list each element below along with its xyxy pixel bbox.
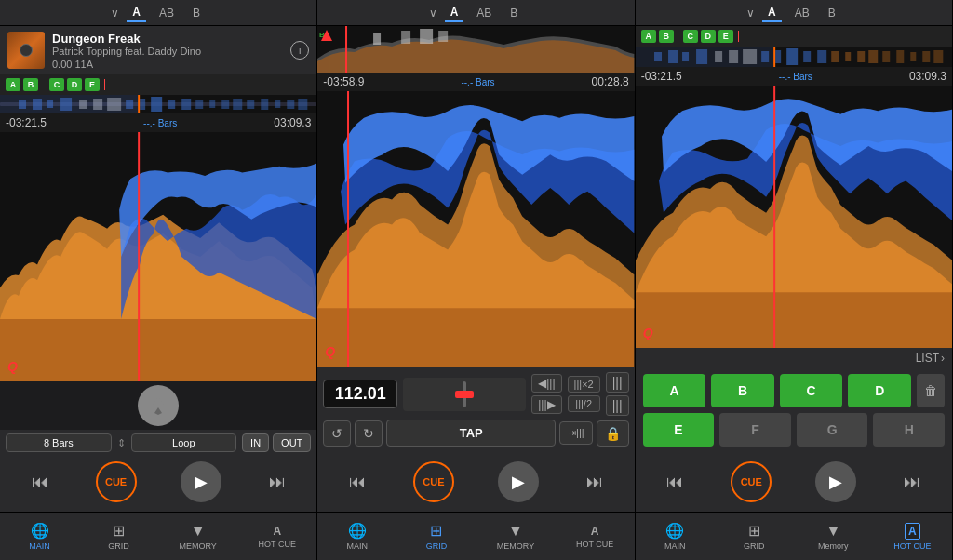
grid-btn-narrow1[interactable]: ||| (606, 372, 629, 393)
grid-btn-narrow2[interactable]: ||| (606, 395, 629, 416)
info-button[interactable]: i (290, 41, 309, 60)
tab-memory-label-center: MEMORY (497, 541, 534, 551)
cue-marker-c-r[interactable]: C (683, 30, 698, 43)
svg-rect-13 (181, 99, 191, 110)
main-waveform-center[interactable]: Q (317, 91, 634, 367)
skip-fwd-right[interactable]: ⏭ (900, 469, 924, 496)
svg-rect-50 (786, 48, 798, 65)
cue-button-center[interactable]: CUE (413, 461, 454, 502)
undo-button[interactable]: ↺ (323, 420, 351, 447)
time-display-left: -03:21.5 --.- Bars 03:09.3 (0, 113, 316, 132)
cue-marker-a-r[interactable]: A (641, 30, 656, 43)
nav-tab-ab-center[interactable]: AB (471, 5, 497, 21)
overview-waveform-left[interactable] (0, 95, 316, 113)
hotcue-d[interactable]: D (848, 374, 911, 407)
play-button-center[interactable]: ▶ (498, 461, 539, 502)
nav-arrow-center[interactable]: ∨ (429, 7, 437, 20)
tab-grid-center[interactable]: ⊞ GRID (396, 513, 476, 560)
cue-marker-b-r[interactable]: B (659, 30, 674, 43)
hotcue-e[interactable]: E (643, 413, 715, 447)
tab-hotcue-center[interactable]: A HOT CUE (556, 513, 635, 560)
pitch-slider[interactable] (403, 378, 526, 411)
skip-back-left[interactable]: ⏮ (28, 469, 52, 496)
cue-marker-d-r[interactable]: D (701, 30, 716, 43)
tab-main-right[interactable]: 🌐 MAIN (636, 513, 715, 560)
tab-hotcue-right[interactable]: A HOT CUE (873, 513, 952, 560)
out-button[interactable]: OUT (273, 433, 311, 452)
tab-grid-left[interactable]: ⊞ GRID (79, 513, 158, 560)
main-waveform-right[interactable]: Q (636, 86, 952, 348)
cue-marker-c[interactable]: C (49, 78, 64, 91)
tab-main-center[interactable]: 🌐 MAIN (317, 513, 396, 560)
skip-fwd-left[interactable]: ⏭ (265, 469, 289, 496)
nav-arrow-right[interactable]: ∨ (746, 7, 755, 20)
cue-marker-a[interactable]: A (6, 78, 20, 91)
svg-marker-29 (321, 30, 332, 41)
bars-select[interactable]: 8 Bars4 Bars2 Bars1 Bar (6, 433, 112, 452)
tab-main-left[interactable]: 🌐 MAIN (0, 513, 79, 560)
transport-right: ⏮ CUE ▶ ⏭ (641, 456, 946, 508)
list-button[interactable]: LIST › (916, 352, 945, 365)
cue-marker-d[interactable]: D (67, 78, 82, 91)
cue-marker-b[interactable]: B (23, 78, 38, 91)
in-button[interactable]: IN (242, 433, 269, 452)
nav-tab-ab-left[interactable]: AB (154, 5, 180, 21)
nav-tab-a-center[interactable]: A (445, 4, 464, 22)
hotcue-g[interactable]: G (797, 413, 868, 447)
redo-button[interactable]: ↻ (355, 420, 383, 447)
lock-button[interactable]: 🔒 (597, 420, 629, 447)
sync-button[interactable]: ⇥||| (559, 421, 593, 445)
grid-btn-x2[interactable]: |||×2 (568, 376, 600, 393)
time-bars-right: --.- Bars (779, 72, 812, 82)
nav-tab-b-right[interactable]: B (823, 5, 841, 21)
tab-memory-left[interactable]: ▼ MEMORY (158, 513, 237, 560)
svg-rect-34 (401, 31, 410, 44)
list-chevron-icon: › (941, 352, 945, 365)
cue-button-right[interactable]: CUE (731, 461, 772, 502)
loop-mode-select[interactable]: LoopAuto (131, 433, 237, 452)
hotcue-b[interactable]: B (711, 374, 774, 407)
time-display-right: -03:21.5 --.- Bars 03:09.3 (636, 67, 952, 86)
hotcue-f[interactable]: F (719, 413, 791, 447)
undo-redo-row: ↺ ↻ TAP ⇥||| 🔒 (323, 420, 628, 447)
nav-arrow-left[interactable]: ∨ (111, 7, 119, 20)
nav-tab-a-left[interactable]: A (127, 4, 146, 22)
top-nav-right: ∨ A AB B (636, 0, 952, 26)
skip-fwd-center[interactable]: ⏭ (583, 469, 607, 496)
hotcue-h[interactable]: H (873, 413, 945, 447)
nav-tab-ab-right[interactable]: AB (789, 5, 815, 21)
tab-grid-right[interactable]: ⊞ GRID (715, 513, 794, 560)
tab-memory-right[interactable]: ▼ Memory (794, 513, 873, 560)
overview-waveform-center[interactable]: B (317, 26, 634, 73)
hotcue-a[interactable]: A (643, 374, 706, 407)
bpm-display[interactable]: 112.01 (323, 380, 397, 408)
hotcue-delete-button[interactable]: 🗑 (917, 374, 945, 407)
skip-back-center[interactable]: ⏮ (345, 469, 369, 496)
needle-button-left[interactable] (138, 385, 179, 426)
hotcue-c[interactable]: C (780, 374, 843, 407)
cue-marker-e-r[interactable]: E (718, 30, 733, 43)
svg-rect-53 (831, 51, 839, 62)
nav-tab-b-left[interactable]: B (187, 5, 206, 21)
cue-marker-e[interactable]: E (85, 78, 100, 91)
svg-rect-22 (298, 99, 307, 110)
cue-markers-right: A B C D E (636, 26, 952, 47)
grid-btn-div2[interactable]: |||/2 (568, 395, 600, 412)
tab-memory-center[interactable]: ▼ MEMORY (476, 513, 555, 560)
nav-tab-b-center[interactable]: B (504, 5, 523, 21)
grid-btn-left-narrow[interactable]: ◀||| (531, 374, 561, 393)
play-button-right[interactable]: ▶ (815, 461, 856, 502)
nav-tab-a-right[interactable]: A (762, 4, 782, 22)
overview-waveform-right[interactable] (636, 47, 952, 67)
tap-button[interactable]: TAP (386, 420, 556, 447)
svg-rect-18 (247, 100, 254, 109)
controls-center: ⏮ CUE ▶ ⏭ (317, 452, 634, 512)
tab-hotcue-left[interactable]: A HOT CUE (237, 513, 316, 560)
grid-btn-right-narrow[interactable]: |||▶ (531, 395, 561, 414)
cue-button-left[interactable]: CUE (96, 461, 137, 502)
main-waveform-left[interactable]: Q (0, 132, 316, 381)
svg-rect-35 (420, 29, 433, 44)
play-button-left[interactable]: ▶ (181, 461, 221, 502)
track-info: Dungeon Freak Patrick Topping feat. Dadd… (0, 26, 316, 74)
skip-back-right[interactable]: ⏮ (663, 469, 687, 496)
